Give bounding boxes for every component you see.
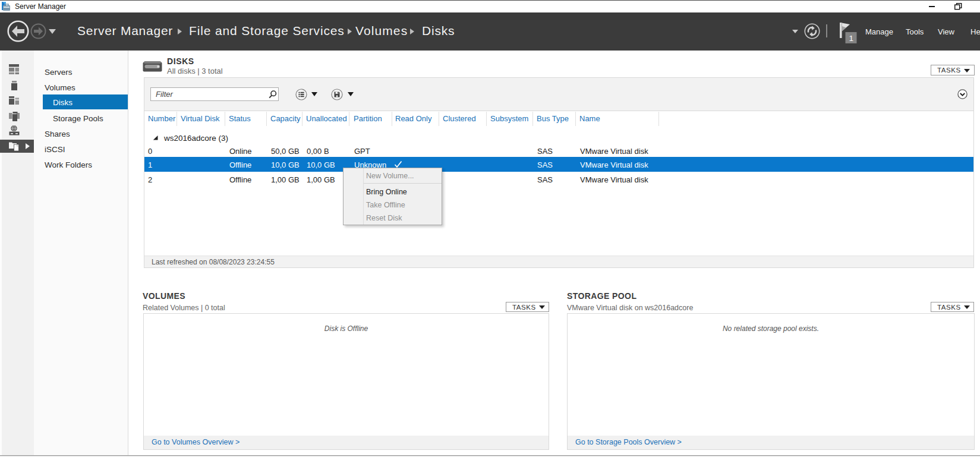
svg-text:1: 1 — [849, 34, 854, 43]
